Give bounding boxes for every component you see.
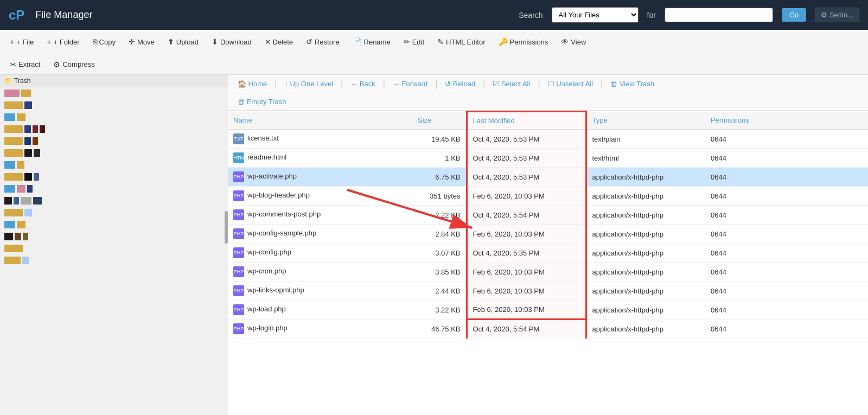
file-permissions-cell: 0644: [705, 168, 868, 187]
table-row[interactable]: PHPwp-config.php3.07 KBOct 4, 2020, 5:35…: [228, 244, 868, 263]
new-file-button[interactable]: + + File: [4, 35, 39, 48]
file-name-label[interactable]: wp-config-sample.php: [247, 229, 316, 237]
upload-button[interactable]: ⬆ Upload: [162, 35, 204, 48]
download-button[interactable]: ⬇ Download: [206, 35, 257, 48]
move-button[interactable]: ✛ Move: [123, 35, 160, 48]
view-button[interactable]: 👁 View: [556, 35, 591, 48]
view-trash-button[interactable]: 🗑 View Trash: [606, 78, 659, 90]
file-name-label[interactable]: license.txt: [247, 134, 279, 142]
download-icon: ⬇: [212, 37, 218, 46]
table-row[interactable]: PHPwp-links-opml.php2.44 KBFeb 6, 2020, …: [228, 282, 868, 301]
html-editor-button[interactable]: ✎ HTML Editor: [432, 35, 490, 48]
table-row[interactable]: PHPwp-comments-post.php2.22 KBOct 4, 202…: [228, 206, 868, 225]
delete-button[interactable]: ✕ Delete: [259, 36, 298, 48]
restore-button[interactable]: ↺ Restore: [301, 35, 345, 48]
empty-trash-button[interactable]: 🗑 Empty Trash: [233, 96, 291, 107]
copy-button[interactable]: ⎘ Copy: [87, 35, 121, 48]
table-row[interactable]: PHPwp-cron.php3.85 KBFeb 6, 2020, 10:03 …: [228, 263, 868, 282]
edit-button[interactable]: ✏ Edit: [398, 35, 430, 48]
file-permissions-cell: 0644: [705, 225, 868, 244]
table-row[interactable]: PHPwp-activate.php6.75 KBOct 4, 2020, 5:…: [228, 168, 868, 187]
table-row[interactable]: PHPwp-load.php3.22 KBFeb 6, 2020, 10:03 …: [228, 301, 868, 320]
search-label: Search: [519, 11, 542, 20]
file-type-cell: application/x-httpd-php: [586, 320, 705, 339]
file-area: 🏠 Home | ↑ Up One Level | ← Back | → For…: [228, 75, 868, 415]
file-name-label[interactable]: wp-links-opml.php: [247, 286, 304, 294]
file-last-modified-cell: Oct 4, 2020, 5:54 PM: [467, 320, 586, 339]
file-size-cell: 2.44 KB: [412, 282, 467, 301]
extract-button[interactable]: ✂ Extract: [4, 58, 46, 71]
forward-button[interactable]: → Forward: [388, 78, 432, 90]
table-row[interactable]: HTMreadme.html1 KBOct 4, 2020, 5:53 PMte…: [228, 149, 868, 168]
rename-button[interactable]: 📄 Rename: [347, 35, 396, 48]
home-button[interactable]: 🏠 Home: [233, 78, 271, 90]
file-plus-icon: +: [10, 37, 14, 46]
file-size-cell: 351 bytes: [412, 187, 467, 206]
file-size-cell: 2.84 KB: [412, 225, 467, 244]
back-button[interactable]: ← Back: [346, 78, 380, 90]
file-name-label[interactable]: wp-load.php: [247, 305, 286, 313]
up-one-level-button[interactable]: ↑ Up One Level: [280, 78, 337, 90]
sidebar-tree-row-1: [0, 87, 228, 99]
col-last-modified-header[interactable]: Last Modified: [467, 112, 586, 130]
compress-button[interactable]: ⚙ Compress: [48, 58, 100, 71]
file-type-cell: text/html: [586, 149, 705, 168]
file-type-icon: HTM: [233, 152, 244, 163]
new-folder-button[interactable]: + + Folder: [41, 35, 85, 48]
sidebar-tree-row-8: [0, 171, 228, 183]
file-nav-bar2: 🗑 Empty Trash: [228, 93, 868, 111]
sidebar: 📁 Trash: [0, 75, 228, 415]
search-input[interactable]: [665, 8, 773, 22]
file-name-label[interactable]: wp-cron.php: [247, 267, 286, 275]
file-name-label[interactable]: wp-blog-header.php: [247, 191, 310, 199]
col-size-header[interactable]: Size: [412, 112, 467, 130]
file-name-cell: PHPwp-blog-header.php: [228, 187, 412, 206]
file-type-icon: PHP: [233, 285, 244, 296]
main-layout: 📁 Trash: [0, 75, 868, 415]
file-type-cell: application/x-httpd-php: [586, 301, 705, 320]
file-permissions-cell: 0644: [705, 187, 868, 206]
table-row[interactable]: PHPwp-config-sample.php2.84 KBFeb 6, 202…: [228, 225, 868, 244]
select-all-button[interactable]: ☑ Select All: [488, 78, 534, 90]
file-last-modified-cell: Feb 6, 2020, 10:03 PM: [467, 301, 586, 320]
search-scope-dropdown[interactable]: All Your Files Current Directory All Fil…: [552, 7, 639, 23]
cpanel-logo: cP: [9, 8, 24, 23]
upload-icon: ⬆: [168, 37, 174, 46]
trash-folder-label[interactable]: 📁 Trash: [4, 77, 30, 85]
table-row[interactable]: TXTlicense.txt19.45 KBOct 4, 2020, 5:53 …: [228, 130, 868, 149]
file-last-modified-cell: Oct 4, 2020, 5:35 PM: [467, 244, 586, 263]
folder-plus-icon: +: [47, 37, 51, 46]
sidebar-tree-row-9: [0, 183, 228, 195]
table-row[interactable]: PHPwp-login.php46.75 KBOct 4, 2020, 5:54…: [228, 320, 868, 339]
file-name-label[interactable]: wp-login.php: [247, 324, 288, 332]
file-name-label[interactable]: readme.html: [247, 153, 286, 161]
table-row[interactable]: PHPwp-blog-header.php351 bytesFeb 6, 202…: [228, 187, 868, 206]
edit-icon: ✏: [404, 37, 410, 46]
col-permissions-header[interactable]: Permissions: [705, 112, 868, 130]
col-type-header[interactable]: Type: [586, 112, 705, 130]
file-name-label[interactable]: wp-activate.php: [247, 172, 297, 180]
sidebar-tree-row-2: [0, 99, 228, 111]
sidebar-scrollbar[interactable]: [225, 211, 228, 244]
go-button[interactable]: Go: [782, 8, 806, 22]
main-toolbar: + + File + + Folder ⎘ Copy ✛ Move ⬆ Uplo…: [0, 30, 868, 54]
sidebar-tree-row-13: [0, 231, 228, 242]
file-permissions-cell: 0644: [705, 301, 868, 320]
col-name-header[interactable]: Name: [228, 112, 412, 130]
sidebar-tree-row-6: [0, 147, 228, 159]
copy-icon: ⎘: [93, 37, 97, 46]
html-editor-icon: ✎: [437, 37, 444, 46]
file-permissions-cell: 0644: [705, 206, 868, 225]
reload-button[interactable]: ↺ Reload: [441, 78, 480, 90]
file-last-modified-cell: Oct 4, 2020, 5:53 PM: [467, 149, 586, 168]
file-name-label[interactable]: wp-config.php: [247, 248, 291, 256]
sidebar-tree-row-11: [0, 207, 228, 219]
file-size-cell: 3.07 KB: [412, 244, 467, 263]
file-type-icon: PHP: [233, 247, 244, 258]
view-icon: 👁: [561, 37, 569, 46]
permissions-button[interactable]: 🔑 Permissions: [493, 35, 554, 48]
file-size-cell: 19.45 KB: [412, 130, 467, 149]
unselect-all-button[interactable]: ☐ Unselect All: [544, 78, 598, 90]
file-name-label[interactable]: wp-comments-post.php: [247, 210, 321, 218]
settings-button[interactable]: ⚙ Settin...: [815, 8, 859, 22]
